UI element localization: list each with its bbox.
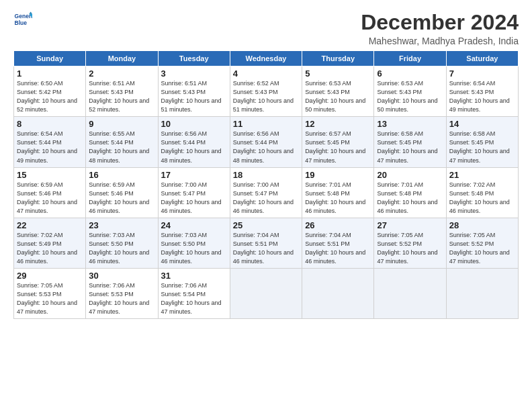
- day-cell-24: 24Sunrise: 7:03 AMSunset: 5:50 PMDayligh…: [158, 218, 230, 268]
- calendar-table: SundayMondayTuesdayWednesdayThursdayFrid…: [13, 50, 519, 319]
- calendar-title: December 2024: [361, 11, 519, 34]
- day-cell-15: 15Sunrise: 6:59 AMSunset: 5:46 PMDayligh…: [14, 167, 86, 218]
- empty-cell: [374, 268, 446, 318]
- day-number: 1: [17, 68, 83, 79]
- day-cell-7: 7Sunrise: 6:54 AMSunset: 5:43 PMDaylight…: [446, 66, 518, 117]
- day-number: 26: [305, 220, 371, 230]
- day-header-sunday: Sunday: [14, 51, 86, 66]
- day-number: 6: [377, 68, 443, 79]
- day-cell-27: 27Sunrise: 7:05 AMSunset: 5:52 PMDayligh…: [374, 218, 446, 268]
- day-info: Sunrise: 6:58 AMSunset: 5:45 PMDaylight:…: [377, 130, 443, 165]
- day-info: Sunrise: 7:02 AMSunset: 5:48 PMDaylight:…: [449, 181, 515, 216]
- empty-cell: [230, 268, 302, 318]
- day-cell-29: 29Sunrise: 7:05 AMSunset: 5:53 PMDayligh…: [14, 268, 86, 318]
- day-info: Sunrise: 6:59 AMSunset: 5:46 PMDaylight:…: [89, 181, 154, 216]
- calendar-week-1: 1Sunrise: 6:50 AMSunset: 5:42 PMDaylight…: [14, 66, 519, 117]
- day-number: 27: [377, 220, 443, 230]
- day-cell-28: 28Sunrise: 7:05 AMSunset: 5:52 PMDayligh…: [446, 218, 518, 268]
- day-cell-17: 17Sunrise: 7:00 AMSunset: 5:47 PMDayligh…: [158, 167, 230, 218]
- day-header-monday: Monday: [86, 51, 158, 66]
- day-info: Sunrise: 7:00 AMSunset: 5:47 PMDaylight:…: [161, 181, 227, 216]
- day-number: 12: [305, 119, 371, 129]
- day-number: 18: [233, 170, 299, 180]
- day-info: Sunrise: 7:02 AMSunset: 5:49 PMDaylight:…: [17, 231, 83, 266]
- day-cell-13: 13Sunrise: 6:58 AMSunset: 5:45 PMDayligh…: [374, 117, 446, 167]
- day-info: Sunrise: 7:03 AMSunset: 5:50 PMDaylight:…: [161, 231, 227, 266]
- day-number: 2: [89, 68, 154, 79]
- day-number: 15: [17, 170, 83, 180]
- day-number: 13: [377, 119, 443, 129]
- day-cell-5: 5Sunrise: 6:53 AMSunset: 5:43 PMDaylight…: [302, 66, 374, 117]
- day-cell-6: 6Sunrise: 6:53 AMSunset: 5:43 PMDaylight…: [374, 66, 446, 117]
- day-info: Sunrise: 7:01 AMSunset: 5:48 PMDaylight:…: [377, 181, 443, 216]
- day-cell-25: 25Sunrise: 7:04 AMSunset: 5:51 PMDayligh…: [230, 218, 302, 268]
- day-info: Sunrise: 7:06 AMSunset: 5:54 PMDaylight:…: [161, 281, 227, 316]
- day-number: 4: [233, 68, 299, 79]
- day-cell-31: 31Sunrise: 7:06 AMSunset: 5:54 PMDayligh…: [158, 268, 230, 318]
- day-info: Sunrise: 6:55 AMSunset: 5:44 PMDaylight:…: [89, 130, 154, 165]
- day-cell-2: 2Sunrise: 6:51 AMSunset: 5:43 PMDaylight…: [86, 66, 158, 117]
- day-number: 10: [161, 119, 227, 129]
- day-number: 14: [449, 119, 515, 129]
- day-info: Sunrise: 6:52 AMSunset: 5:43 PMDaylight:…: [233, 79, 299, 114]
- day-number: 19: [305, 170, 371, 180]
- page: General Blue December 2024 Maheshwar, Ma…: [0, 0, 532, 411]
- day-number: 30: [89, 271, 154, 281]
- day-number: 25: [233, 220, 299, 230]
- day-info: Sunrise: 7:05 AMSunset: 5:52 PMDaylight:…: [449, 231, 515, 266]
- day-info: Sunrise: 6:57 AMSunset: 5:45 PMDaylight:…: [305, 130, 371, 165]
- logo: General Blue: [13, 11, 32, 30]
- day-info: Sunrise: 7:03 AMSunset: 5:50 PMDaylight:…: [89, 231, 154, 266]
- day-cell-30: 30Sunrise: 7:06 AMSunset: 5:53 PMDayligh…: [86, 268, 158, 318]
- day-number: 20: [377, 170, 443, 180]
- day-header-thursday: Thursday: [302, 51, 374, 66]
- day-number: 28: [449, 220, 515, 230]
- day-number: 7: [449, 68, 515, 79]
- day-cell-23: 23Sunrise: 7:03 AMSunset: 5:50 PMDayligh…: [86, 218, 158, 268]
- day-cell-21: 21Sunrise: 7:02 AMSunset: 5:48 PMDayligh…: [446, 167, 518, 218]
- day-number: 11: [233, 119, 299, 129]
- empty-cell: [302, 268, 374, 318]
- day-header-friday: Friday: [374, 51, 446, 66]
- calendar-week-2: 8Sunrise: 6:54 AMSunset: 5:44 PMDaylight…: [14, 117, 519, 167]
- empty-cell: [446, 268, 518, 318]
- day-info: Sunrise: 6:54 AMSunset: 5:44 PMDaylight:…: [17, 130, 83, 165]
- day-cell-1: 1Sunrise: 6:50 AMSunset: 5:42 PMDaylight…: [14, 66, 86, 117]
- day-info: Sunrise: 6:51 AMSunset: 5:43 PMDaylight:…: [89, 79, 154, 114]
- day-number: 9: [89, 119, 154, 129]
- day-number: 22: [17, 220, 83, 230]
- day-info: Sunrise: 6:54 AMSunset: 5:43 PMDaylight:…: [449, 79, 515, 114]
- day-cell-8: 8Sunrise: 6:54 AMSunset: 5:44 PMDaylight…: [14, 117, 86, 167]
- day-number: 24: [161, 220, 227, 230]
- day-info: Sunrise: 6:51 AMSunset: 5:43 PMDaylight:…: [161, 79, 227, 114]
- svg-text:Blue: Blue: [15, 19, 28, 26]
- day-cell-4: 4Sunrise: 6:52 AMSunset: 5:43 PMDaylight…: [230, 66, 302, 117]
- day-info: Sunrise: 7:05 AMSunset: 5:52 PMDaylight:…: [377, 231, 443, 266]
- day-info: Sunrise: 6:56 AMSunset: 5:44 PMDaylight:…: [233, 130, 299, 165]
- day-info: Sunrise: 6:56 AMSunset: 5:44 PMDaylight:…: [161, 130, 227, 165]
- day-info: Sunrise: 7:05 AMSunset: 5:53 PMDaylight:…: [17, 281, 83, 316]
- day-number: 31: [161, 271, 227, 281]
- header: General Blue December 2024 Maheshwar, Ma…: [13, 11, 519, 46]
- day-info: Sunrise: 7:04 AMSunset: 5:51 PMDaylight:…: [305, 231, 371, 266]
- day-cell-26: 26Sunrise: 7:04 AMSunset: 5:51 PMDayligh…: [302, 218, 374, 268]
- calendar-week-3: 15Sunrise: 6:59 AMSunset: 5:46 PMDayligh…: [14, 167, 519, 218]
- day-cell-14: 14Sunrise: 6:58 AMSunset: 5:45 PMDayligh…: [446, 117, 518, 167]
- calendar-subtitle: Maheshwar, Madhya Pradesh, India: [361, 36, 519, 46]
- day-cell-12: 12Sunrise: 6:57 AMSunset: 5:45 PMDayligh…: [302, 117, 374, 167]
- day-cell-9: 9Sunrise: 6:55 AMSunset: 5:44 PMDaylight…: [86, 117, 158, 167]
- day-info: Sunrise: 7:00 AMSunset: 5:47 PMDaylight:…: [233, 181, 299, 216]
- day-cell-19: 19Sunrise: 7:01 AMSunset: 5:48 PMDayligh…: [302, 167, 374, 218]
- day-number: 21: [449, 170, 515, 180]
- day-cell-3: 3Sunrise: 6:51 AMSunset: 5:43 PMDaylight…: [158, 66, 230, 117]
- header-row: SundayMondayTuesdayWednesdayThursdayFrid…: [14, 51, 519, 66]
- day-header-tuesday: Tuesday: [158, 51, 230, 66]
- day-info: Sunrise: 6:59 AMSunset: 5:46 PMDaylight:…: [17, 181, 83, 216]
- day-number: 29: [17, 271, 83, 281]
- day-info: Sunrise: 6:50 AMSunset: 5:42 PMDaylight:…: [17, 79, 83, 114]
- calendar-week-4: 22Sunrise: 7:02 AMSunset: 5:49 PMDayligh…: [14, 218, 519, 268]
- day-cell-10: 10Sunrise: 6:56 AMSunset: 5:44 PMDayligh…: [158, 117, 230, 167]
- day-info: Sunrise: 6:53 AMSunset: 5:43 PMDaylight:…: [377, 79, 443, 114]
- day-number: 5: [305, 68, 371, 79]
- day-info: Sunrise: 7:06 AMSunset: 5:53 PMDaylight:…: [89, 281, 154, 316]
